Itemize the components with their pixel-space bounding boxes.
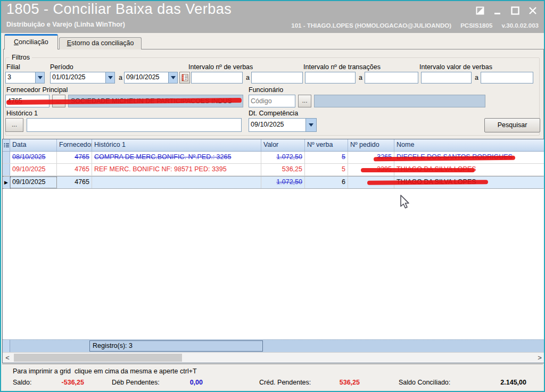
close-button[interactable] xyxy=(528,6,538,15)
column-header-data[interactable]: Data xyxy=(10,139,57,151)
periodo-label: Período xyxy=(50,63,73,71)
redaction-mark xyxy=(361,168,475,172)
cell-historico: COMPRA DE MERC.BONIFIC. Nº.PED.: 3265 xyxy=(92,152,261,163)
deb-pendentes-value: 0,00 xyxy=(170,379,203,386)
column-header-historico[interactable]: Histórico 1 xyxy=(92,139,261,151)
transacoes-to-input[interactable] xyxy=(365,72,418,84)
transacoes-separator: a xyxy=(359,74,362,81)
valor-verbas-from-input[interactable] xyxy=(421,72,472,84)
filial-value: 3 xyxy=(6,72,35,83)
cell-valor: 1.072,50 xyxy=(261,177,305,188)
saldo-conciliado-label: Saldo Conciliado: xyxy=(399,379,450,386)
historico-browse-button[interactable]: ... xyxy=(5,118,23,132)
close-icon xyxy=(529,6,537,15)
cred-pendentes-label: Créd. Pendentes: xyxy=(259,379,311,386)
historico-label: Histórico 1 xyxy=(6,110,38,117)
periodo-to-value: 09/10/2025 xyxy=(125,72,168,83)
tab-estorno-label: Estorno da conciliação xyxy=(67,38,134,49)
column-header-valor[interactable]: Valor xyxy=(261,139,305,151)
cell-historico: REF MERC. BONIFIC NF: 98571 PED: 3395 xyxy=(92,164,261,176)
column-header-n-pedido[interactable]: Nº pedido xyxy=(348,139,394,151)
grid-header: Data Fornecedor Histórico 1 Valor Nº ver… xyxy=(3,139,544,152)
cell-historico xyxy=(92,177,261,188)
column-header-fornecedor[interactable]: Fornecedor xyxy=(57,139,92,151)
dropdown-button[interactable] xyxy=(168,72,177,83)
caret-down-icon xyxy=(171,76,176,79)
verbas-grid: Data Fornecedor Histórico 1 Valor Nº ver… xyxy=(2,139,545,363)
caret-down-icon xyxy=(108,76,113,79)
grid-options-icon xyxy=(4,143,9,148)
row-gutter: ▶ xyxy=(3,177,10,188)
grid-options-cell[interactable] xyxy=(3,139,10,151)
cell-n-verba: 5 xyxy=(305,152,348,163)
filters-group-label: Filtros xyxy=(10,54,32,61)
historico-input[interactable] xyxy=(27,118,242,132)
periodo-from-select[interactable]: 01/01/2025 xyxy=(50,72,115,84)
grid-footer-gutter xyxy=(3,340,10,352)
fornecedor-label: Fornecedor Principal xyxy=(6,86,68,94)
intervalo-verbas-label: Intervalo nº de verbas xyxy=(188,63,253,71)
verbas-from-input[interactable] xyxy=(191,72,243,84)
cell-fornecedor: 4765 xyxy=(57,164,92,176)
resize-button[interactable] xyxy=(475,6,485,15)
dt-competencia-label: Dt. Competência xyxy=(249,110,298,117)
grid-footer: Registro(s): 3 xyxy=(3,339,544,352)
tab-estorno-conciliacao[interactable]: Estorno da conciliação xyxy=(59,37,142,49)
dt-competencia-value: 09/10/2025 xyxy=(249,119,305,131)
tab-conciliacao-label: Conciliação xyxy=(14,36,48,48)
app-subtitle: Distribuição e Varejo (Linha WinThor) xyxy=(6,21,125,28)
status-bar: Para imprimir a grid clique em cima da m… xyxy=(2,364,543,390)
column-header-n-verba[interactable]: Nº verba xyxy=(305,139,348,151)
filial-select[interactable]: 3 xyxy=(5,72,45,84)
tab-strip: Conciliação Estorno da conciliação xyxy=(4,34,142,49)
funcionario-browse-button[interactable]: ... xyxy=(298,95,311,107)
minimize-button[interactable] xyxy=(493,6,502,15)
column-header-nome[interactable]: Nome xyxy=(394,139,544,151)
current-row-marker-icon: ▶ xyxy=(4,180,8,185)
scroll-left-button[interactable]: < xyxy=(3,353,12,363)
pesquisar-button[interactable]: Pesquisar xyxy=(484,118,540,132)
session-info: 101 - THIAGO.LOPES (HOMOLOGACAO@JULIOAND… xyxy=(284,22,539,29)
redaction-mark xyxy=(367,180,488,185)
filial-label: Filial xyxy=(6,63,20,71)
print-hint-text: Para imprimir a grid clique em cima da m… xyxy=(13,368,197,375)
dt-competencia-select[interactable]: 09/10/2025 xyxy=(249,118,317,132)
page-title: 1805 - Conciliar Baixa das Verbas xyxy=(6,1,232,18)
saldo-label: Saldo: xyxy=(13,379,31,386)
horizontal-scrollbar[interactable]: < > xyxy=(3,352,544,363)
periodo-separator: a xyxy=(119,74,122,81)
cell-data: 09/10/2025 xyxy=(10,164,57,176)
saldo-conciliado-value: 2.145,00 xyxy=(488,379,526,386)
dropdown-button[interactable] xyxy=(35,72,44,83)
periodo-to-select[interactable]: 09/10/2025 xyxy=(124,72,178,84)
window-controls xyxy=(475,6,538,15)
valor-verbas-separator: a xyxy=(475,74,478,81)
valor-verbas-to-input[interactable] xyxy=(481,72,533,84)
funcionario-codigo-input[interactable] xyxy=(249,95,295,107)
dropdown-button[interactable] xyxy=(305,119,316,131)
cell-valor: 536,25 xyxy=(261,164,305,176)
minimize-icon xyxy=(494,6,501,15)
session-user: 101 - THIAGO.LOPES (HOMOLOGACAO@JULIOAND… xyxy=(291,22,451,29)
dropdown-button[interactable] xyxy=(105,72,114,83)
record-count-cell: Registro(s): 3 xyxy=(89,340,263,352)
resize-icon xyxy=(476,6,484,15)
cell-valor-text: 1.072,50 xyxy=(276,178,302,186)
cell-fornecedor: 4765 xyxy=(57,177,92,188)
cred-pendentes-value: 536,25 xyxy=(320,379,360,386)
row-gutter xyxy=(3,164,10,176)
scrollbar-thumb[interactable] xyxy=(14,354,182,362)
maximize-icon xyxy=(511,6,519,15)
deb-pendentes-label: Déb Pendentes: xyxy=(112,379,160,386)
maximize-button[interactable] xyxy=(510,6,520,15)
tab-conciliacao[interactable]: Conciliação xyxy=(4,34,58,49)
transacoes-from-input[interactable] xyxy=(305,72,356,84)
calendar-button[interactable] xyxy=(179,72,190,84)
cell-fornecedor: 4765 xyxy=(57,152,92,163)
intervalo-transacoes-label: Intervalo nº de transações xyxy=(303,63,381,71)
row-gutter xyxy=(3,152,10,163)
caret-down-icon xyxy=(309,123,313,127)
cell-valor: 1.072,50 xyxy=(261,152,305,163)
verbas-to-input[interactable] xyxy=(251,72,303,84)
scroll-right-button[interactable]: > xyxy=(535,353,544,363)
